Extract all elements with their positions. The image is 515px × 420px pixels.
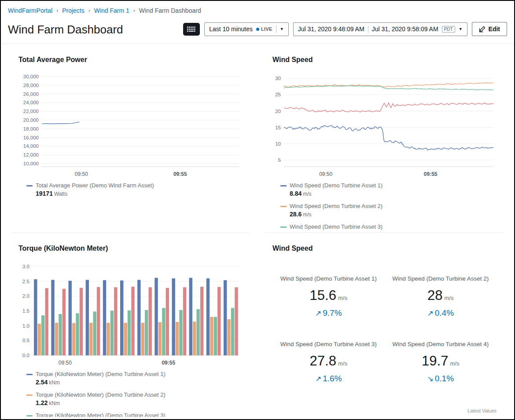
trend-down-arrow-icon: ↘ (427, 375, 433, 383)
legend-item-wind-speed-demo-turbine-asset-3: Wind Speed (Demo Turbine Asset 3) (280, 223, 497, 231)
svg-text:18,000: 18,000 (23, 126, 39, 131)
chart-legend: Total Average Power (Demo Wind Farm Asse… (18, 182, 243, 198)
kpi-label: Wind Speed (Demo Turbine Asset 4) (385, 341, 497, 347)
date-range-picker[interactable]: Jul 31, 2020 9:48:09 AM Jul 31, 2020 9:5… (293, 22, 467, 36)
start-date-value: Jul 31, 2020 9:48:09 AM (298, 26, 364, 33)
svg-text:20: 20 (275, 109, 281, 114)
series-wind-speed-demo-turbine-asset-1 (284, 125, 493, 150)
legend-label: Torque (KiloNewton Meter) (Demo Turbine … (36, 370, 166, 378)
legend-label: Torque (KiloNewton Meter) (Demo Turbine … (36, 391, 166, 399)
edit-button-label: Edit (489, 26, 500, 33)
kpi-unit: m/s (338, 295, 347, 301)
svg-text:09:50: 09:50 (75, 171, 88, 177)
kpi-asset-3: Wind Speed (Demo Turbine Asset 3)27.8m/s… (272, 341, 385, 383)
legend-unit: Watts (54, 191, 67, 197)
breadcrumb: WindFarmPortal›Projects›Wind Farm 1›Wind… (1, 1, 514, 18)
legend-color-dash-icon (26, 374, 33, 375)
svg-text:3.0: 3.0 (22, 264, 29, 269)
kpi-unit: m/s (450, 360, 459, 367)
svg-text:20,000: 20,000 (23, 117, 39, 123)
page-header: Wind Farm Dashboard Last 10 minutes LIVE… (1, 18, 514, 44)
legend-label: Wind Speed (Demo Turbine Asset 3) (290, 223, 383, 231)
legend-unit: m/s (303, 191, 311, 197)
time-range-label: Last 10 minutes (209, 26, 253, 33)
panel-title: Torque (KiloNewton Meter) (18, 245, 243, 252)
series-wind-speed-demo-turbine-asset-4 (284, 102, 493, 112)
chevron-down-icon: ▼ (459, 27, 463, 31)
legend-item-wind-speed-demo-turbine-asset-2: Wind Speed (Demo Turbine Asset 2)28.6m/s (280, 202, 497, 219)
trend-up-arrow-icon: ↗ (315, 309, 321, 318)
timezone-badge: PDT (442, 26, 455, 33)
panel-wind-speed-kpi: Wind Speed Wind Speed (Demo Turbine Asse… (265, 238, 504, 417)
legend-unit: kNm (49, 400, 60, 406)
kpi-value: 27.8m/s (272, 353, 385, 369)
svg-text:2.0: 2.0 (22, 293, 29, 299)
keyboard-icon (187, 26, 196, 33)
svg-text:22,000: 22,000 (23, 109, 39, 114)
kpi-unit: m/s (445, 295, 454, 301)
legend-label: Torque (KiloNewton Meter) (Demo Turbine … (36, 412, 166, 417)
breadcrumb-item-projects[interactable]: Projects (62, 7, 85, 14)
page-title: Wind Farm Dashboard (8, 23, 123, 37)
kpi-label: Wind Speed (Demo Turbine Asset 1) (272, 275, 385, 282)
wind_speed-chart-svg: 3025201510509:5009:55 (272, 69, 497, 180)
kpi-unit: m/s (338, 360, 347, 367)
svg-text:09:55: 09:55 (424, 171, 438, 177)
legend-label: Wind Speed (Demo Turbine Asset 1) (290, 182, 383, 190)
legend-label: Wind Speed (Demo Turbine Asset 2) (290, 202, 383, 210)
svg-text:2.5: 2.5 (22, 279, 29, 284)
torque-chart-svg: 3.02.52.01.51.00.50.009:5009:55 (18, 258, 243, 369)
breadcrumb-item-windfarmportal[interactable]: WindFarmPortal (8, 7, 52, 14)
time-range-select[interactable]: Last 10 minutes LIVE ▼ (204, 22, 288, 36)
legend-item-torque-kilonewton-meter-demo-turbine-asset-1: Torque (KiloNewton Meter) (Demo Turbine … (26, 370, 243, 387)
panel-title: Wind Speed (272, 245, 497, 252)
svg-text:15: 15 (275, 125, 281, 130)
legend-color-dash-icon (280, 206, 287, 207)
breadcrumb-separator-icon: › (133, 7, 135, 14)
legend-unit: m/s (303, 212, 311, 218)
kpi-label: Wind Speed (Demo Turbine Asset 3) (272, 341, 385, 347)
legend-item-torque-kilonewton-meter-demo-turbine-asset-2: Torque (KiloNewton Meter) (Demo Turbine … (26, 391, 243, 408)
torque-bar-chart[interactable]: 3.02.52.01.51.00.50.009:5009:55 (18, 258, 243, 369)
breadcrumb-separator-icon: › (88, 7, 90, 14)
power-chart-svg: 30,00028,00026,00024,00022,00020,00018,0… (18, 69, 243, 180)
svg-text:09:50: 09:50 (59, 360, 72, 366)
end-date-value: Jul 31, 2020 9:58:09 AM (372, 26, 438, 33)
chevron-down-icon: ▼ (280, 27, 284, 31)
svg-text:14,000: 14,000 (23, 143, 39, 149)
svg-text:09:50: 09:50 (319, 171, 332, 177)
svg-text:30: 30 (275, 76, 281, 81)
divider (368, 26, 368, 33)
edit-icon (479, 26, 486, 33)
svg-text:10: 10 (275, 141, 281, 146)
edit-button[interactable]: Edit (472, 22, 507, 36)
chart-legend: Wind Speed (Demo Turbine Asset 1)8.84m/s… (272, 182, 497, 231)
legend-latest-value: 8.84m/s (290, 190, 497, 198)
breadcrumb-item-wind-farm-dashboard: Wind Farm Dashboard (139, 7, 201, 14)
panel-torque: Torque (KiloNewton Meter) 3.02.52.01.51.… (11, 238, 250, 417)
keyboard-shortcuts-button[interactable] (183, 23, 200, 36)
legend-color-dash-icon (26, 394, 33, 396)
total-average-power-line-chart[interactable]: 30,00028,00026,00024,00022,00020,00018,0… (18, 69, 243, 180)
wind-speed-line-chart[interactable]: 3025201510509:5009:55 (272, 69, 497, 180)
panel-title: Total Average Power (18, 56, 243, 64)
breadcrumb-item-wind-farm-1[interactable]: Wind Farm 1 (94, 7, 129, 14)
legend-label: Total Average Power (Demo Wind Farm Asse… (36, 182, 154, 190)
header-controls: Last 10 minutes LIVE ▼ Jul 31, 2020 9:48… (183, 22, 507, 36)
kpi-value: 15.6m/s (272, 288, 385, 303)
svg-text:1.5: 1.5 (22, 308, 29, 314)
svg-text:09:55: 09:55 (162, 360, 175, 366)
kpi-grid: Wind Speed (Demo Turbine Asset 1)15.6m/s… (272, 275, 497, 383)
legend-latest-value: 1.22kNm (36, 399, 243, 408)
kpi-asset-4: Wind Speed (Demo Turbine Asset 4)19.7m/s… (385, 341, 497, 383)
kpi-trend-up: ↗1.6% (272, 374, 385, 383)
legend-latest-value: 19171Watts (36, 190, 243, 198)
legend-item-torque-kilonewton-meter-demo-turbine-asset-3: Torque (KiloNewton Meter) (Demo Turbine … (26, 412, 243, 417)
kpi-trend-up: ↗0.4% (385, 308, 497, 318)
svg-text:25: 25 (275, 92, 281, 97)
kpi-value: 19.7m/s (385, 353, 497, 369)
svg-text:10,000: 10,000 (23, 161, 39, 166)
legend-latest-value: 28.6m/s (290, 210, 497, 219)
legend-item-wind-speed-demo-turbine-asset-1: Wind Speed (Demo Turbine Asset 1)8.84m/s (280, 182, 497, 198)
live-dot-icon (256, 28, 259, 31)
